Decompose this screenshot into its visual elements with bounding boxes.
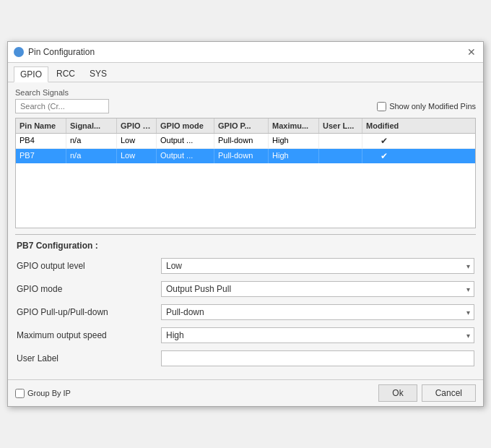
cell-user-label <box>319 149 362 163</box>
search-signals-label: Search Signals <box>15 88 476 97</box>
col-user-label: User L... <box>319 119 362 133</box>
title-bar: Pin Configuration ✕ <box>8 42 483 63</box>
max-speed-wrapper: Low Medium High Very High ▾ <box>161 327 474 343</box>
group-by-ip-checkbox[interactable] <box>15 389 25 398</box>
show-modified-checkbox[interactable] <box>377 102 386 111</box>
cell-gpio-mode: Output ... <box>157 149 214 163</box>
col-gpio-pull: GPIO P... <box>214 119 269 133</box>
gpio-mode-select[interactable]: Output Push Pull Output Open Drain Input… <box>161 281 474 297</box>
divider <box>15 234 476 235</box>
config-row-max-speed: Maximum output speed Low Medium High Ver… <box>17 327 474 343</box>
cell-gpio-output: Low <box>117 134 157 148</box>
table-body: PB4 n/a Low Output ... Pull-down High ✔ … <box>16 134 475 228</box>
close-button[interactable]: ✕ <box>466 46 477 58</box>
gpio-output-level-wrapper: Low High ▾ <box>161 258 474 274</box>
cell-modified: ✔ <box>362 149 406 163</box>
dialog-title: Pin Configuration <box>28 47 95 57</box>
config-section: PB7 Configuration : GPIO output level Lo… <box>15 241 476 366</box>
cell-max-speed: High <box>269 149 319 163</box>
table-header: Pin Name Signal... GPIO o... GPIO mode G… <box>16 119 475 134</box>
tabs-bar: GPIO RCC SYS <box>8 63 483 82</box>
group-by-ip-row: Group By IP <box>15 389 71 398</box>
cell-gpio-output: Low <box>117 149 157 163</box>
table-row[interactable]: PB4 n/a Low Output ... Pull-down High ✔ <box>16 134 475 149</box>
show-modified-row: Show only Modified Pins <box>377 102 476 111</box>
tab-sys[interactable]: SYS <box>83 66 113 82</box>
title-bar-left: Pin Configuration <box>14 47 95 57</box>
config-row-gpio-pull: GPIO Pull-up/Pull-down No pull-up and no… <box>17 304 474 320</box>
gpio-pull-wrapper: No pull-up and no pull-down Pull-up Pull… <box>161 304 474 320</box>
cell-user-label <box>319 134 362 148</box>
gpio-output-level-label: GPIO output level <box>17 261 161 271</box>
gpio-output-level-select[interactable]: Low High <box>161 258 474 274</box>
config-row-gpio-output-level: GPIO output level Low High ▾ <box>17 258 474 274</box>
cell-pin-name: PB7 <box>16 149 66 163</box>
search-row: Show only Modified Pins <box>15 99 476 113</box>
user-label-input[interactable] <box>161 350 474 366</box>
col-pin-name: Pin Name <box>16 119 66 133</box>
pin-configuration-dialog: Pin Configuration ✕ GPIO RCC SYS Search … <box>7 41 484 407</box>
bottom-buttons: Ok Cancel <box>378 384 476 402</box>
show-modified-label: Show only Modified Pins <box>389 102 476 111</box>
pin-table: Pin Name Signal... GPIO o... GPIO mode G… <box>15 118 476 228</box>
col-modified: Modified <box>362 119 406 133</box>
col-gpio-mode: GPIO mode <box>157 119 214 133</box>
cell-gpio-pull: Pull-down <box>214 149 269 163</box>
cell-max-speed: High <box>269 134 319 148</box>
col-signal: Signal... <box>66 119 117 133</box>
bottom-left: Group By IP <box>15 389 71 398</box>
cell-modified: ✔ <box>362 134 406 148</box>
cell-signal: n/a <box>66 134 117 148</box>
search-input[interactable] <box>15 99 109 113</box>
cell-gpio-pull: Pull-down <box>214 134 269 148</box>
config-title: PB7 Configuration : <box>17 241 474 251</box>
dialog-icon <box>14 47 24 57</box>
cell-gpio-mode: Output ... <box>157 134 214 148</box>
gpio-mode-wrapper: Output Push Pull Output Open Drain Input… <box>161 281 474 297</box>
cell-pin-name: PB4 <box>16 134 66 148</box>
ok-button[interactable]: Ok <box>378 384 417 402</box>
table-row[interactable]: PB7 n/a Low Output ... Pull-down High ✔ <box>16 149 475 163</box>
tab-rcc[interactable]: RCC <box>50 66 82 82</box>
gpio-pull-select[interactable]: No pull-up and no pull-down Pull-up Pull… <box>161 304 474 320</box>
cell-signal: n/a <box>66 149 117 163</box>
gpio-pull-label: GPIO Pull-up/Pull-down <box>17 307 161 317</box>
config-row-user-label: User Label <box>17 350 474 366</box>
user-label-label: User Label <box>17 353 161 363</box>
tab-gpio[interactable]: GPIO <box>14 66 48 82</box>
col-gpio-output: GPIO o... <box>117 119 157 133</box>
cancel-button[interactable]: Cancel <box>422 384 476 402</box>
modified-checkmark: ✔ <box>381 151 388 161</box>
search-section: Search Signals Show only Modified Pins <box>15 88 476 113</box>
content-area: Search Signals Show only Modified Pins P… <box>8 82 483 379</box>
gpio-mode-label: GPIO mode <box>17 284 161 294</box>
modified-checkmark: ✔ <box>381 136 388 146</box>
bottom-bar: Group By IP Ok Cancel <box>8 379 483 406</box>
col-max-speed: Maximu... <box>269 119 319 133</box>
max-speed-select[interactable]: Low Medium High Very High <box>161 327 474 343</box>
max-speed-label: Maximum output speed <box>17 330 161 340</box>
group-by-ip-label: Group By IP <box>27 389 71 397</box>
config-row-gpio-mode: GPIO mode Output Push Pull Output Open D… <box>17 281 474 297</box>
